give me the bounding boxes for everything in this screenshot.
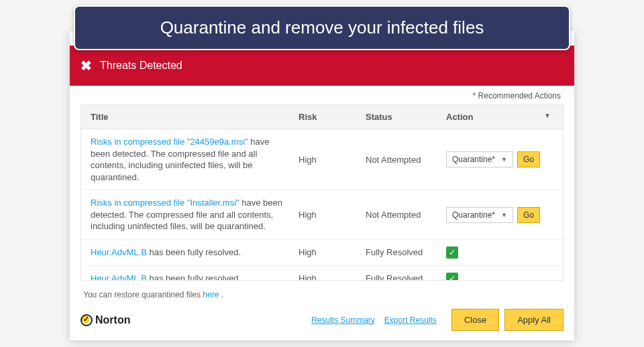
threat-link[interactable]: Risks in compressed file "24459e9a.msi" xyxy=(91,137,248,147)
risk-cell: High xyxy=(299,247,366,257)
status-cell: Fully Resolved xyxy=(366,247,446,257)
action-cell: ✓ xyxy=(446,273,553,280)
status-cell: Fully Resolved xyxy=(366,273,446,280)
dialog-footer: Norton Results Summary Export Results Cl… xyxy=(70,303,574,340)
threats-dialog: ✖ Threats Detected * Recommended Actions… xyxy=(70,31,574,340)
action-select[interactable]: Quarantine*▼ xyxy=(446,151,513,167)
table-header: Title Risk Status Action ▼ xyxy=(81,105,563,129)
threat-title-cell: Heur.AdvML.B has been fully resolved. xyxy=(91,273,299,280)
action-select[interactable]: Quarantine*▼ xyxy=(446,207,513,223)
restore-note: You can restore quarantined files here . xyxy=(80,281,564,303)
threats-table: Title Risk Status Action ▼ Risks in comp… xyxy=(80,105,564,281)
col-title[interactable]: Title xyxy=(91,112,299,122)
table-row[interactable]: Heur.AdvML.B has been fully resolved.Hig… xyxy=(81,266,563,280)
norton-logo: Norton xyxy=(80,314,130,326)
table-row[interactable]: Risks in compressed file "24459e9a.msi" … xyxy=(81,129,563,190)
action-cell: Quarantine*▼Go xyxy=(446,151,553,167)
threat-description: has been fully resolved. xyxy=(147,247,241,257)
resolved-check-icon: ✓ xyxy=(446,247,458,259)
chevron-down-icon: ▼ xyxy=(501,212,507,218)
threat-title-cell: Risks in compressed file "24459e9a.msi" … xyxy=(91,136,299,183)
close-button[interactable]: Close xyxy=(451,309,499,331)
col-risk[interactable]: Risk xyxy=(299,112,366,122)
action-cell: Quarantine*▼Go xyxy=(446,207,553,223)
threat-link[interactable]: Risks in compressed file "Installer.msi" xyxy=(91,198,239,208)
threat-link[interactable]: Heur.AdvML.B xyxy=(91,273,147,280)
col-action[interactable]: Action ▼ xyxy=(446,112,553,122)
table-body[interactable]: Risks in compressed file "24459e9a.msi" … xyxy=(81,129,563,280)
threat-title-cell: Heur.AdvML.B has been fully resolved. xyxy=(91,247,299,259)
threat-description: has been fully resolved. xyxy=(147,273,241,280)
risk-cell: High xyxy=(299,273,366,280)
action-cell: ✓ xyxy=(446,247,553,259)
status-cell: Not Attempted xyxy=(366,210,446,220)
resolved-check-icon: ✓ xyxy=(446,273,458,280)
norton-logo-icon xyxy=(80,314,93,326)
table-row[interactable]: Risks in compressed file "Installer.msi"… xyxy=(81,190,563,240)
threat-link[interactable]: Heur.AdvML.B xyxy=(91,247,147,257)
dialog-title: Threats Detected xyxy=(100,60,182,72)
go-button[interactable]: Go xyxy=(517,207,540,223)
apply-all-button[interactable]: Apply All xyxy=(504,309,564,331)
promo-banner: Quarantine and remove your infected file… xyxy=(74,5,570,50)
brand-label: Norton xyxy=(95,314,130,326)
restore-link[interactable]: here xyxy=(203,290,219,299)
table-row[interactable]: Heur.AdvML.B has been fully resolved.Hig… xyxy=(81,240,563,266)
export-results-link[interactable]: Export Results xyxy=(384,316,437,325)
risk-cell: High xyxy=(299,155,366,165)
go-button[interactable]: Go xyxy=(517,151,540,167)
threat-title-cell: Risks in compressed file "Installer.msi"… xyxy=(91,197,299,232)
recommended-actions-note: * Recommended Actions xyxy=(80,86,564,105)
status-cell: Not Attempted xyxy=(366,155,446,165)
risk-cell: High xyxy=(299,210,366,220)
dialog-content: * Recommended Actions Title Risk Status … xyxy=(70,86,574,303)
alert-x-icon: ✖ xyxy=(80,58,92,74)
results-summary-link[interactable]: Results Summary xyxy=(311,316,375,325)
chevron-down-icon: ▼ xyxy=(501,156,507,163)
dialog-titlebar: ✖ Threats Detected xyxy=(70,46,574,86)
chevron-down-icon[interactable]: ▼ xyxy=(544,112,551,119)
col-status[interactable]: Status xyxy=(366,112,446,122)
